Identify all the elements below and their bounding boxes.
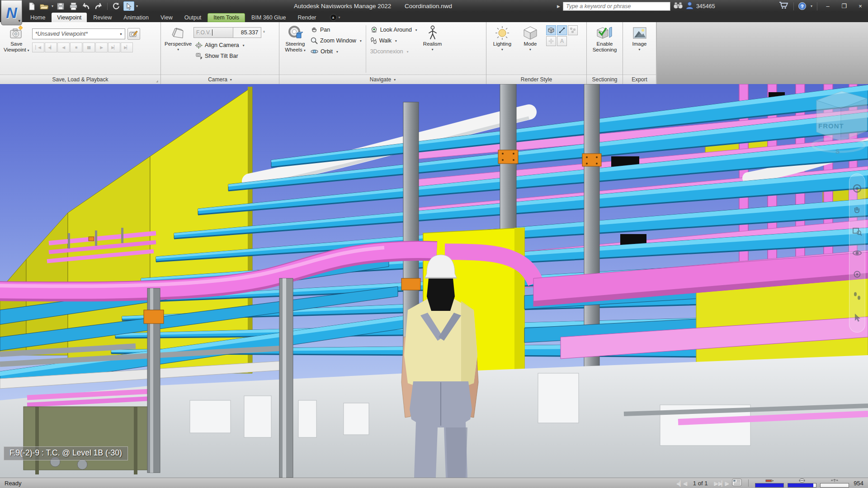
pencil-progress-bar [755,483,784,488]
search-collapse-arrow[interactable]: ▶ [557,4,560,9]
open-dropdown-caret[interactable]: ▾ [52,4,53,8]
tab-home[interactable]: Home [25,13,51,22]
ribbon-minimize-toggle[interactable]: ▲ ▾ [330,13,340,22]
dialog-launcher-icon[interactable]: ⌟ [156,78,158,83]
save-button[interactable] [55,1,66,11]
app-store-button[interactable] [779,1,789,11]
camera-group-caret[interactable]: ▾ [230,78,232,82]
undo-button[interactable] [80,1,91,11]
help-button[interactable]: ? [798,2,806,10]
viewpoint-combo[interactable]: *Unsaved Viewpoint* ▾ [32,28,125,39]
look-around-icon [370,26,378,33]
playback-controls: ▏◀ ◀▏ ◀ ■ ▮▮ ▶ ▶▏ ▶▏ [32,42,140,52]
fov-value-field[interactable]: 85.337 [233,27,261,38]
pan-button[interactable]: Pan [309,24,363,35]
fov-slider[interactable]: F.O.V. [193,27,233,38]
first-sheet-button[interactable]: ◀▏◀ [676,480,686,486]
tab-item-tools[interactable]: Item Tools [208,13,245,22]
open-file-button[interactable] [39,1,50,11]
play-button[interactable]: ▶ [95,42,108,52]
status-text: Ready [5,480,22,487]
image-icon [632,25,647,41]
new-file-button[interactable] [26,1,37,11]
render-style-toggles: A [546,25,578,46]
pencil-progress [755,479,784,488]
select-dropdown-caret[interactable]: ▾ [136,4,138,8]
title-bar: ▾ ▾ Autodesk Navisworks Manage 20 [0,0,868,12]
orbit-icon[interactable] [851,247,863,259]
redo-button[interactable] [93,1,104,11]
look-around-button[interactable]: Look Around ▾ [369,24,419,35]
pan-hand-icon[interactable] [851,204,863,216]
zoom-window-icon[interactable] [851,225,863,237]
enable-sectioning-button[interactable]: Enable Sectioning [591,23,619,53]
surfaces-icon [548,27,554,33]
help-dropdown-caret[interactable]: ▾ [811,4,812,8]
render-points-toggle[interactable] [568,25,578,35]
save-viewpoint-label1: Save [10,41,22,47]
go-to-start-button[interactable]: ▏◀ [32,42,44,52]
orbit-button[interactable]: Orbit ▾ [309,46,363,57]
select-tool-button[interactable] [123,1,134,11]
close-button[interactable]: × [854,2,866,11]
stop-button[interactable]: ■ [70,42,82,52]
look-around-icon[interactable] [851,269,863,281]
restore-button[interactable]: ❐ [838,2,850,11]
minimize-button[interactable]: – [822,2,834,11]
zoom-window-button[interactable]: Zoom Window ▾ [309,35,363,46]
tab-view[interactable]: View [155,13,178,22]
user-id[interactable]: 345465 [696,3,715,9]
search-input[interactable] [563,2,670,11]
refresh-button[interactable] [111,1,122,11]
show-tilt-bar-button[interactable]: Show Tilt Bar [193,51,265,61]
mode-button[interactable]: Mode ▾ [516,23,544,52]
lighting-button[interactable]: Lighting ▾ [488,23,516,52]
edit-viewpoint-button[interactable] [127,28,140,40]
viewport-3d-scene[interactable]: FRONT S [0,84,868,478]
select-arrow-icon[interactable] [851,312,863,324]
tab-bim-360-glue[interactable]: BIM 360 Glue [246,13,291,22]
pause-button[interactable]: ▮▮ [83,42,95,52]
application-menu-button[interactable]: N ▾ [1,0,22,25]
walk-button[interactable]: Walk ▾ [369,35,419,46]
steering-wheels-button[interactable]: Steering Wheels ▾ [281,23,309,53]
fov-control[interactable]: F.O.V. 85.337 ° [193,27,265,38]
viewpoint-combo-arrow[interactable]: ▾ [120,32,122,36]
window-title: Autodesk Navisworks Manage 2022 Coordina… [276,3,470,9]
play-backward-button[interactable]: ◀ [57,42,70,52]
walk-icon[interactable] [851,290,863,302]
render-lines-toggle[interactable] [557,25,567,35]
save-viewpoint-button[interactable]: Save Viewpoint ▾ [2,23,31,53]
realism-button[interactable]: Realism ▾ [419,23,447,52]
sectioning-group-label: Sectioning [592,76,617,83]
go-to-end-button[interactable]: ▶▏ [121,42,133,52]
save-viewpoint-icon [9,25,24,41]
tab-viewpoint[interactable]: Viewpoint [52,13,87,22]
render-style-group-label: Render Style [521,76,552,83]
app-menu-caret: ▾ [18,19,20,23]
steering-wheel-icon[interactable] [851,183,863,194]
sheet-browser-button[interactable] [732,479,742,488]
sign-in-button[interactable] [686,1,693,11]
mode-label: Mode [524,41,537,47]
realism-label: Realism [423,41,442,47]
step-back-button[interactable]: ◀▏ [45,42,57,52]
navigation-bar[interactable] [849,174,865,333]
titlebar-separator2 [817,2,817,10]
viewport[interactable]: FRONT S [0,84,868,478]
tab-review[interactable]: Review [88,13,117,22]
ribbon-empty-area [656,22,868,84]
align-camera-button[interactable]: Align Camera ▾ [193,40,265,51]
print-button[interactable] [68,1,79,11]
tab-render[interactable]: Render [292,13,322,22]
next-sheet-button[interactable]: ▶ ▶▏▶ [714,480,728,486]
export-image-button[interactable]: Image ▾ [626,23,654,52]
render-surfaces-toggle[interactable] [546,25,556,35]
step-forward-button[interactable]: ▶▏ [108,42,120,52]
navigate-group-caret[interactable]: ▾ [394,78,396,82]
perspective-button[interactable]: Perspective ▾ [163,23,193,52]
binoculars-icon [673,1,683,9]
search-button[interactable] [673,1,683,11]
tab-animation[interactable]: Animation [118,13,154,22]
tab-output[interactable]: Output [179,13,207,22]
